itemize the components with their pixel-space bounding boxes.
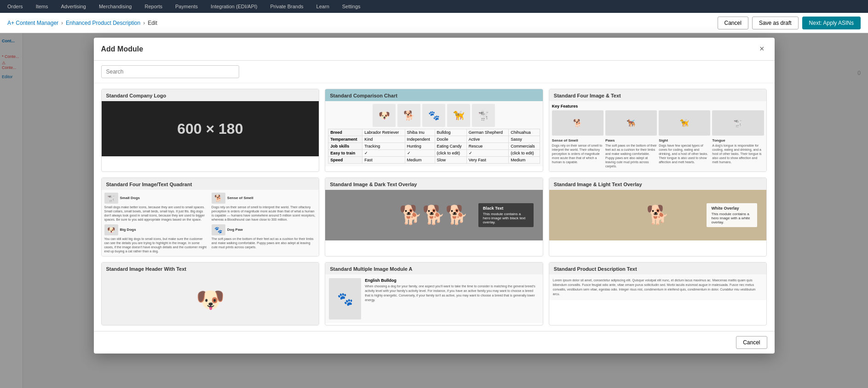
quadrant-img: 🐩: [104, 193, 118, 204]
text-col-label: Paws: [605, 138, 657, 143]
module-grid: Standard Company Logo600 × 180Standard C…: [94, 83, 775, 331]
quadrant-preview: 🐩Small Dogs Small dogs make better icons…: [102, 190, 319, 257]
light-overlay-body: This module contains a hero image with a…: [711, 212, 753, 224]
module-card-standard-comparison-chart[interactable]: Standard Comparison Chart 🐶🐕🐾🦮🐩BreedLabr…: [325, 89, 543, 172]
text-column: Sight Dogs have few special types of con…: [659, 138, 710, 169]
quadrant-cell-body: Dogs rely on their sense of smell to int…: [212, 205, 316, 222]
module-card-preview-standard-four-image-text: Key Features 🐕🐕‍🦺🦮🐩 Sense of Smell Dogs …: [549, 101, 767, 171]
module-card-title-standard-comparison-chart: Standard Comparison Chart: [325, 89, 543, 101]
modal-cancel-button[interactable]: Cancel: [736, 336, 767, 349]
dog-image: 🐾: [422, 104, 445, 127]
module-card-standard-image-dark-text-overlay[interactable]: Standard Image & Dark Text Overlay 🐕🐕🐕 B…: [325, 177, 543, 257]
module-card-preview-standard-multiple-image-module-a: 🐾 English Bulldog When choosing a dog fo…: [325, 274, 543, 323]
product-desc-text: Lorem ipsum dolor sit amet, consectetur …: [553, 278, 763, 296]
cancel-button[interactable]: Cancel: [718, 17, 748, 29]
module-card-standard-four-image-text[interactable]: Standard Four Image & Text Key Features …: [549, 89, 767, 172]
image-header-preview: 🐶: [102, 274, 319, 325]
modal-overlay: Add Module × 0 Standard Company Logo600 …: [0, 33, 868, 388]
save-draft-button[interactable]: Save as draft: [752, 17, 799, 29]
quadrant-cell: 🐾Dog Paw The soft paws on the bottom of …: [212, 224, 316, 253]
nav-learn[interactable]: Learn: [314, 2, 332, 11]
nav-advertising[interactable]: Advertising: [58, 2, 89, 11]
dark-overlay-preview: 🐕🐕🐕 Black Text This module contains a he…: [325, 190, 543, 240]
module-card-title-standard-four-image-text: Standard Four Image & Text: [549, 89, 767, 101]
comparison-chart-preview: 🐶🐕🐾🦮🐩BreedLabrador RetrieverShiba InuBul…: [325, 101, 543, 166]
dog-image: 🐩: [472, 104, 495, 127]
nav-payments[interactable]: Payments: [172, 2, 201, 11]
nav-settings[interactable]: Settings: [339, 2, 363, 11]
module-card-title-standard-image-dark-text-overlay: Standard Image & Dark Text Overlay: [325, 178, 543, 190]
module-card-title-standard-product-description-text: Standard Product Description Text: [549, 262, 767, 274]
header-bar: A+ Content Manager › Enhanced Product De…: [0, 13, 868, 33]
main-content: Cont... * Conte... ⚠ Conte... Editor Add…: [0, 33, 868, 388]
modal-search-area: [94, 61, 775, 83]
module-card-preview-standard-image-header-with-text: 🐶: [102, 274, 319, 325]
breadcrumb-aplus[interactable]: A+ Content Manager: [7, 20, 58, 26]
module-card-preview-standard-comparison-chart: 🐶🐕🐾🦮🐩BreedLabrador RetrieverShiba InuBul…: [325, 101, 543, 166]
text-col-body: The soft paws on the bottom of their fee…: [605, 143, 657, 169]
company-logo-preview: 600 × 180: [102, 101, 319, 156]
nav-private-brands[interactable]: Private Brands: [267, 2, 306, 11]
quadrant-img: 🐾: [212, 224, 225, 235]
key-features-label: Key Features: [552, 104, 764, 108]
multi-text-title: English Bulldog: [365, 278, 539, 283]
overlay-dogs-image: 🐕🐕🐕: [399, 204, 468, 226]
quadrant-cell: 🐶Big Dogs You can still add big dogs to …: [104, 224, 209, 253]
module-card-title-standard-image-light-text-overlay: Standard Image & Light Text Overlay: [549, 178, 767, 190]
text-col-label: Sense of Smell: [552, 138, 604, 143]
breadcrumb-epd[interactable]: Enhanced Product Description: [66, 20, 140, 26]
quadrant-cell-title: 🐕Sense of Smell: [212, 193, 316, 204]
dark-text-overlay-box: Black Text This module contains a hero i…: [478, 203, 534, 227]
multi-text-body: When choosing a dog for your family, one…: [365, 284, 539, 302]
four-text-row: Sense of Smell Dogs rely on their sense …: [552, 138, 764, 169]
image-block: 🐕‍🦺: [605, 110, 657, 136]
next-apply-asins-button[interactable]: Next: Apply ASINs: [802, 17, 861, 29]
text-column: Sense of Smell Dogs rely on their sense …: [552, 138, 604, 169]
header-actions: Cancel Save as draft Next: Apply ASINs: [718, 17, 861, 29]
modal-footer: Cancel: [94, 331, 775, 354]
modal-close-button[interactable]: ×: [757, 43, 767, 55]
quadrant-cell-title: 🐩Small Dogs: [104, 193, 209, 204]
image-block: 🐕: [552, 110, 604, 136]
quadrant-cell-body: The soft paws on the bottom of their fee…: [212, 237, 316, 249]
module-card-preview-standard-image-dark-text-overlay: 🐕🐕🐕 Black Text This module contains a he…: [325, 190, 543, 240]
nav-merchandising[interactable]: Merchandising: [96, 2, 135, 11]
nav-integration[interactable]: Integration (EDI/API): [208, 2, 260, 11]
nav-reports[interactable]: Reports: [142, 2, 166, 11]
text-col-body: Dogs have few special types of cones for…: [659, 143, 710, 164]
four-images-row: 🐕🐕‍🦺🦮🐩: [552, 110, 764, 136]
text-col-label: Sight: [659, 138, 710, 143]
modal-header: Add Module ×: [94, 38, 775, 61]
module-card-preview-standard-company-logo: 600 × 180: [102, 101, 319, 156]
image-block: 🐩: [712, 110, 764, 136]
module-card-standard-image-header-with-text[interactable]: Standard Image Header With Text🐶: [101, 262, 320, 325]
quadrant-cell: 🐩Small Dogs Small dogs make better icons…: [104, 193, 209, 222]
module-card-title-standard-multiple-image-module-a: Standard Multiple Image Module A: [325, 262, 543, 274]
add-module-modal: Add Module × 0 Standard Company Logo600 …: [94, 38, 775, 354]
nav-orders[interactable]: Orders: [5, 2, 26, 11]
module-card-standard-product-description-text[interactable]: Standard Product Description Text Lorem …: [549, 262, 767, 325]
breadcrumb-edit: Edit: [148, 20, 157, 26]
image-block: 🦮: [659, 110, 710, 136]
breadcrumb: A+ Content Manager › Enhanced Product De…: [7, 20, 157, 26]
overlay-title: Black Text: [483, 206, 529, 211]
comparison-table: BreedLabrador RetrieverShiba InuBulldogG…: [328, 129, 540, 164]
dog-images-row: 🐶🐕🐾🦮🐩: [328, 104, 540, 127]
quadrant-img: 🐕: [212, 193, 225, 204]
module-card-standard-company-logo[interactable]: Standard Company Logo600 × 180: [101, 89, 320, 172]
module-search-input[interactable]: [101, 65, 239, 78]
quadrant-cell-body: You can still add big dogs to small icon…: [104, 237, 209, 253]
module-card-standard-four-image-text-quadrant[interactable]: Standard Four Image/Text Quadrant 🐩Small…: [101, 177, 320, 257]
modal-title: Add Module: [101, 45, 144, 53]
dog-image: 🦮: [447, 104, 470, 127]
top-navigation: Orders Items Advertising Merchandising R…: [0, 0, 868, 13]
module-card-standard-image-light-text-overlay[interactable]: Standard Image & Light Text Overlay 🐕 Wh…: [549, 177, 767, 257]
module-card-standard-multiple-image-module-a[interactable]: Standard Multiple Image Module A 🐾 Engli…: [325, 262, 543, 325]
nav-items[interactable]: Items: [33, 2, 51, 11]
module-card-preview-standard-product-description-text: Lorem ipsum dolor sit amet, consectetur …: [549, 274, 767, 300]
text-col-label: Tongue: [712, 138, 764, 143]
quadrant-cell-title: 🐾Dog Paw: [212, 224, 316, 235]
multiple-image-preview: 🐾 English Bulldog When choosing a dog fo…: [325, 274, 543, 323]
module-card-preview-standard-image-light-text-overlay: 🐕 White Overlay This module contains a h…: [549, 190, 767, 240]
module-card-title-standard-four-image-text-quadrant: Standard Four Image/Text Quadrant: [102, 178, 319, 190]
